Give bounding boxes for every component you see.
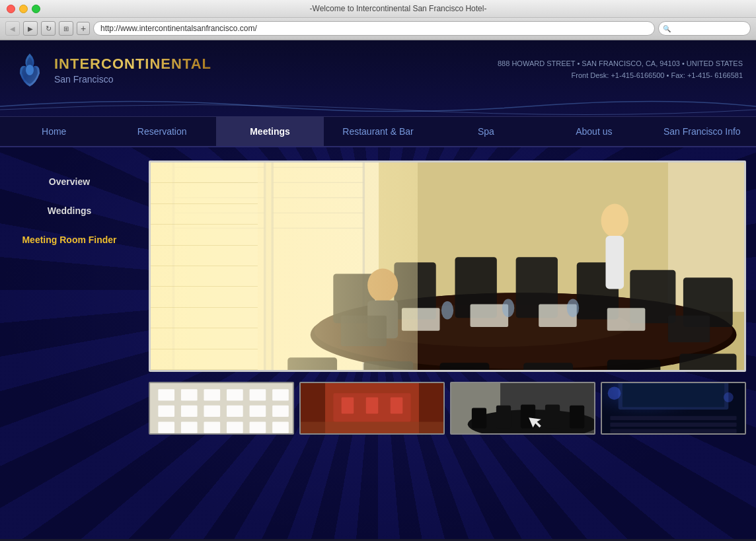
toolbar: ◀ ▶ ↻ ⊞ + 🔍 (0, 18, 756, 40)
svg-point-92 (608, 386, 621, 400)
url-bar[interactable] (93, 21, 655, 36)
logo-name: INTERCONTINENTAL (54, 55, 211, 73)
svg-rect-64 (250, 422, 266, 433)
nav-link-meetings[interactable]: Meetings (216, 117, 324, 146)
svg-rect-58 (250, 406, 266, 417)
nav-link-spa[interactable]: Spa (432, 117, 540, 146)
logo-area: INTERCONTINENTAL San Francisco (13, 50, 211, 90)
svg-rect-49 (181, 389, 198, 400)
conference-room-scene (151, 162, 744, 370)
nav-list: Home Reservation Meetings Restaurant & B… (0, 117, 756, 146)
main-image (149, 161, 746, 372)
nav-link-sf-info[interactable]: San Francisco Info (648, 117, 756, 146)
svg-rect-89 (610, 423, 736, 427)
search-input[interactable] (672, 24, 738, 32)
close-icon[interactable] (7, 5, 15, 13)
svg-rect-87 (623, 384, 724, 408)
thumbnail-banquet[interactable] (149, 382, 294, 435)
svg-rect-31 (607, 360, 661, 370)
svg-rect-36 (607, 308, 646, 331)
svg-rect-56 (204, 406, 220, 417)
sidebar: Overview Weddings Meeting Room Finder (0, 161, 139, 527)
svg-rect-74 (391, 397, 403, 414)
svg-rect-65 (272, 422, 289, 433)
window-light (151, 162, 418, 370)
phone-line: Front Desk: +1-415-6166500 • Fax: +1-415… (498, 70, 743, 82)
svg-rect-57 (227, 406, 243, 417)
svg-rect-53 (272, 389, 289, 400)
gallery-area (139, 161, 756, 527)
browser-chrome: -Welcome to Intercontinental San Francis… (0, 0, 756, 40)
svg-point-38 (502, 299, 514, 318)
back-button[interactable]: ◀ (5, 21, 20, 36)
svg-rect-45 (668, 316, 710, 342)
svg-point-93 (724, 392, 734, 402)
search-icon: 🔍 (663, 25, 671, 32)
logo-text: INTERCONTINENTAL San Francisco (54, 55, 211, 85)
svg-rect-54 (158, 406, 174, 417)
svg-rect-48 (158, 389, 174, 400)
svg-point-0 (26, 65, 34, 75)
sidebar-item-overview[interactable]: Overview (0, 167, 139, 196)
svg-rect-61 (181, 422, 198, 433)
nav-link-restaurant[interactable]: Restaurant & Bar (324, 117, 432, 146)
svg-rect-78 (472, 408, 486, 429)
search-area[interactable]: 🔍 (658, 21, 751, 36)
contact-info: 888 HOWARD STREET • SAN FRANCISCO, CA, 9… (498, 58, 743, 81)
bookmark-button[interactable]: ⊞ (59, 21, 73, 36)
sidebar-item-meeting-room-finder[interactable]: Meeting Room Finder (0, 225, 139, 254)
nav-link-reservation[interactable]: Reservation (108, 117, 215, 146)
svg-rect-79 (496, 406, 511, 429)
svg-rect-72 (342, 397, 354, 414)
add-tab-button[interactable]: + (77, 22, 90, 35)
title-bar: -Welcome to Intercontinental San Francis… (0, 0, 756, 18)
nav-item-sf-info[interactable]: San Francisco Info (648, 117, 756, 146)
sidebar-item-weddings[interactable]: Weddings (0, 196, 139, 225)
svg-rect-30 (523, 363, 573, 370)
svg-rect-32 (679, 353, 736, 370)
svg-rect-88 (610, 416, 736, 420)
svg-rect-55 (181, 406, 198, 417)
svg-rect-41 (605, 236, 624, 289)
svg-rect-63 (227, 422, 243, 433)
nav-item-reservation[interactable]: Reservation (108, 117, 215, 146)
nav-item-meetings[interactable]: Meetings (216, 117, 324, 146)
content-area: Overview Weddings Meeting Room Finder (0, 147, 756, 539)
thumbnail-conference[interactable] (299, 382, 445, 435)
svg-rect-60 (158, 422, 174, 433)
nav-item-restaurant[interactable]: Restaurant & Bar (324, 117, 432, 146)
nav-link-about[interactable]: About us (540, 117, 648, 146)
forward-button[interactable]: ▶ (23, 21, 38, 36)
header-top: INTERCONTINENTAL San Francisco 888 HOWAR… (0, 40, 756, 96)
svg-point-39 (567, 299, 579, 318)
thumbnail-meeting-cursor[interactable] (450, 382, 595, 435)
thumbnail-strip (149, 382, 746, 435)
svg-point-37 (441, 301, 453, 320)
svg-rect-90 (610, 429, 736, 433)
nav-item-spa[interactable]: Spa (432, 117, 540, 146)
svg-rect-29 (439, 363, 489, 370)
svg-rect-62 (204, 422, 220, 433)
wave-decoration (0, 96, 756, 116)
window-blinds (151, 162, 258, 370)
svg-rect-73 (366, 397, 379, 414)
page-title: -Welcome to Intercontinental San Francis… (47, 4, 749, 13)
nav-link-home[interactable]: Home (0, 117, 108, 146)
nav-item-home[interactable]: Home (0, 117, 108, 146)
svg-rect-52 (250, 389, 266, 400)
logo-icon (13, 50, 46, 90)
svg-rect-51 (227, 389, 243, 400)
site-nav: Home Reservation Meetings Restaurant & B… (0, 116, 756, 146)
logo-city: San Francisco (54, 74, 211, 85)
svg-rect-50 (204, 389, 220, 400)
address-line: 888 HOWARD STREET • SAN FRANCISCO, CA, 9… (498, 58, 743, 70)
svg-rect-81 (545, 405, 560, 429)
svg-rect-82 (570, 406, 584, 429)
window-controls (7, 5, 40, 13)
thumbnail-event-hall[interactable] (601, 382, 746, 435)
minimize-icon[interactable] (19, 5, 28, 13)
nav-item-about[interactable]: About us (540, 117, 648, 146)
reload-button[interactable]: ↻ (41, 21, 56, 36)
maximize-icon[interactable] (32, 5, 40, 13)
svg-rect-59 (272, 406, 289, 417)
